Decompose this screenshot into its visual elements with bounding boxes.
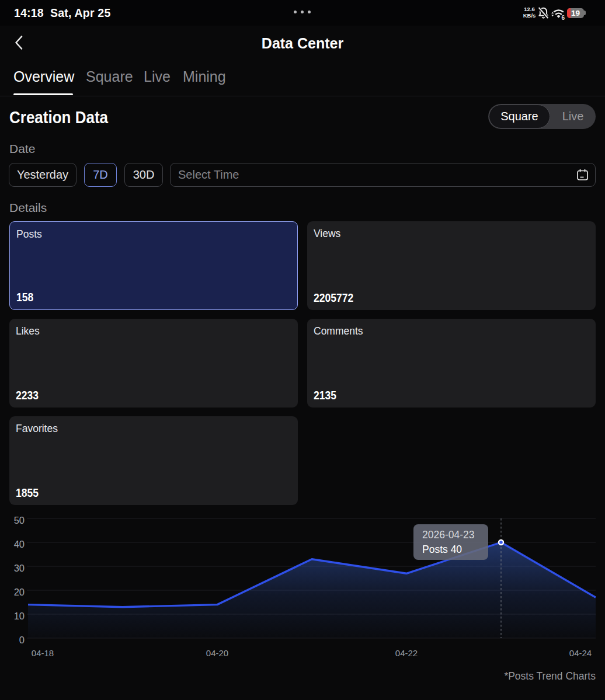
svg-text:0: 0 xyxy=(19,635,25,645)
svg-text:6: 6 xyxy=(562,15,565,20)
svg-text:50: 50 xyxy=(14,515,25,525)
svg-text:40: 40 xyxy=(14,539,25,549)
svg-text:04-24: 04-24 xyxy=(569,648,592,658)
svg-text:Posts 40: Posts 40 xyxy=(422,544,462,555)
svg-text:2026-04-23: 2026-04-23 xyxy=(422,529,475,541)
svg-text:04-18: 04-18 xyxy=(32,648,54,658)
svg-text:30: 30 xyxy=(14,563,25,573)
svg-text:04-20: 04-20 xyxy=(206,648,228,658)
svg-text:10: 10 xyxy=(14,611,25,621)
svg-text:*Posts Trend Charts: *Posts Trend Charts xyxy=(504,670,596,682)
svg-text:20: 20 xyxy=(14,587,25,597)
svg-text:04-22: 04-22 xyxy=(395,648,418,658)
